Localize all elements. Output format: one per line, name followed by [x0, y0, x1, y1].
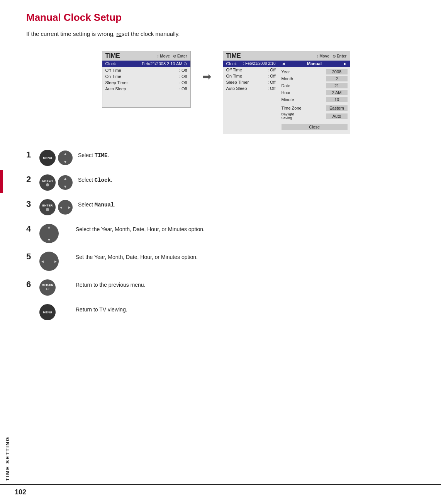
panel-bottom-pad — [279, 132, 350, 134]
screens-row: TIME ↕ Move ⊙ Enter Clock : Feb/21/2008 … — [26, 51, 426, 134]
tv-left-nav: ↕ Move ⊙ Enter — [157, 54, 187, 58]
return-button[interactable]: RETURN ↩ — [39, 279, 56, 296]
tv-right-row-sleep: Sleep Timer : Off — [223, 79, 279, 85]
panel-row-date: Date 21 — [279, 82, 350, 89]
arrow-left-icon: ◄ — [59, 205, 63, 210]
nav-up-down-1[interactable]: ▲ ▼ — [58, 151, 73, 165]
nav-left-right-3[interactable]: ◄ ► — [58, 200, 73, 215]
underline-re: re — [116, 30, 121, 37]
step-6-number: 6 — [26, 280, 34, 289]
tv-left-row-autosleep: Auto Sleep : Off — [102, 86, 190, 92]
tv-screen-left: TIME ↕ Move ⊙ Enter Clock : Feb/21/2008 … — [102, 51, 191, 108]
bottom-line — [0, 484, 441, 485]
tv-right-row-ontime: On Time : Off — [223, 73, 279, 79]
step-1: 1 MENU ▲ ▼ Select TIME. — [26, 150, 426, 166]
close-button[interactable]: Close — [282, 124, 348, 130]
step-1-text: Select TIME. — [78, 150, 109, 160]
tv-right-body: Clock : Feb/21/2008 2:10 Off Time : Off … — [223, 61, 350, 134]
step-3-icons: ENTER ◄ ► — [39, 199, 73, 215]
enter-dot — [46, 183, 49, 186]
panel-row-hour: Hour 2 AM — [279, 89, 350, 96]
nav-left-right-5[interactable]: ◄ ► — [39, 252, 59, 271]
arrow-down-icon: ▼ — [63, 160, 67, 164]
enter-dot-3 — [46, 208, 49, 211]
tv-left-row-clock: Clock : Feb/21/2008 2:10 AM ⊙ — [102, 61, 190, 67]
return-arrow-icon: ↩ — [46, 286, 49, 292]
step-2-text: Select Clock. — [78, 174, 112, 184]
step-4-icons: ▲ ▼ — [39, 224, 70, 243]
step-2-number: 2 — [26, 175, 34, 184]
tv-left-row-sleep: Sleep Timer : Off — [102, 79, 190, 86]
arrow-right-icon-5: ► — [54, 259, 58, 264]
tv-right-row-autosleep: Auto Sleep : Off — [223, 85, 279, 91]
arrow-down-icon-2: ▼ — [63, 184, 67, 189]
menu-button-bottom[interactable]: MENU — [39, 304, 56, 320]
menu-button[interactable]: MENU — [39, 150, 56, 166]
enter-button-2[interactable]: ENTER — [39, 174, 56, 191]
main-content: Manual Clock Setup If the current time s… — [15, 0, 441, 340]
step-5-number: 5 — [26, 252, 34, 261]
enter-button-3[interactable]: ENTER — [39, 199, 56, 215]
arrow-left-icon-5: ◄ — [41, 259, 44, 264]
step-2: 2 ENTER ▲ ▼ Select Clock. — [26, 174, 426, 191]
manual-arrow-left: ◄ — [282, 61, 286, 66]
step-7-icons: MENU — [39, 304, 70, 320]
nav-up-down-4[interactable]: ▲ ▼ — [39, 224, 59, 243]
step-5-text: Set the Year, Month, Date, Hour, or Minu… — [76, 252, 198, 261]
tv-right-nav: ↕ Move ⊙ Enter — [316, 54, 346, 58]
step-3-text: Select Manual. — [78, 199, 115, 209]
manual-panel-header: ◄ Manual ► — [279, 61, 350, 67]
step-2-icons: ENTER ▲ ▼ — [39, 174, 73, 191]
panel-row-minute: Minute 10 — [279, 96, 350, 103]
step-6-text: Return to the previous menu. — [76, 279, 146, 289]
page-title: Manual Clock Setup — [26, 12, 426, 24]
step-7: 7 MENU Return to TV viewing. — [26, 304, 426, 320]
tv-left-padding — [102, 92, 190, 107]
step-1-number: 1 — [26, 151, 34, 159]
tv-right-title: TIME — [226, 52, 241, 59]
tv-left-title: TIME — [105, 52, 120, 59]
manual-label: Manual — [307, 61, 322, 66]
step-4-number: 4 — [26, 225, 34, 233]
tv-right-row-clock: Clock : Feb/21/2008 2:10 — [223, 61, 279, 67]
sidebar-accent-bar — [0, 170, 3, 193]
tv-right-row-offtime: Off Time : Off — [223, 67, 279, 73]
panel-row-timezone: Time Zone Eastern — [279, 105, 350, 112]
intro-text: If the current time setting is wrong, re… — [26, 30, 426, 37]
arrow-right: ➡ — [202, 51, 211, 83]
arrow-up-icon-4: ▲ — [47, 225, 51, 229]
arrow-up-icon: ▲ — [63, 152, 67, 156]
panel-row-daylight: DaylightSaving Auto — [279, 112, 350, 121]
manual-arrow-right: ► — [343, 61, 348, 66]
step-5-icons: ◄ ► — [39, 252, 70, 271]
tv-right-header: TIME ↕ Move ⊙ Enter — [223, 51, 350, 61]
nav-up-down-2[interactable]: ▲ ▼ — [58, 175, 73, 190]
step-6-icons: RETURN ↩ — [39, 279, 70, 296]
panel-row-year: Year 2008 — [279, 68, 350, 75]
step-7-text: Return to TV viewing. — [76, 304, 127, 314]
tv-screen-right: TIME ↕ Move ⊙ Enter Clock : Feb/21/2008 … — [223, 51, 350, 134]
steps-container: 1 MENU ▲ ▼ Select TIME. 2 ENTER — [26, 150, 426, 320]
arrow-up-icon-2: ▲ — [63, 176, 67, 181]
tv-left-row-ontime: On Time : Off — [102, 73, 190, 79]
page-number: 102 — [15, 488, 26, 496]
tv-right-left-panel: Clock : Feb/21/2008 2:10 Off Time : Off … — [223, 61, 279, 134]
sidebar-label: TIME SETTING — [5, 436, 10, 481]
step-4: 4 ▲ ▼ Select the Year, Month, Date, Hour… — [26, 224, 426, 243]
step-6: 6 RETURN ↩ Return to the previous menu. — [26, 279, 426, 296]
arrow-down-icon-4: ▼ — [47, 238, 51, 242]
panel-row-month: Month 2 — [279, 75, 350, 82]
tv-manual-panel: ◄ Manual ► Year 2008 Month 2 Date — [279, 61, 350, 134]
step-3-number: 3 — [26, 200, 34, 208]
tv-right-left-padding — [223, 91, 279, 122]
step-3: 3 ENTER ◄ ► Select Manual. — [26, 199, 426, 215]
step-5: 5 ◄ ► Set the Year, Month, Date, Hour, o… — [26, 252, 426, 271]
step-4-text: Select the Year, Month, Date, Hour, or M… — [76, 224, 205, 233]
tv-left-row-offtime: Off Time : Off — [102, 67, 190, 73]
step-1-icons: MENU ▲ ▼ — [39, 150, 73, 166]
arrow-right-icon: ► — [68, 205, 71, 210]
sidebar: TIME SETTING — [0, 0, 15, 504]
tv-left-header: TIME ↕ Move ⊙ Enter — [102, 51, 190, 61]
